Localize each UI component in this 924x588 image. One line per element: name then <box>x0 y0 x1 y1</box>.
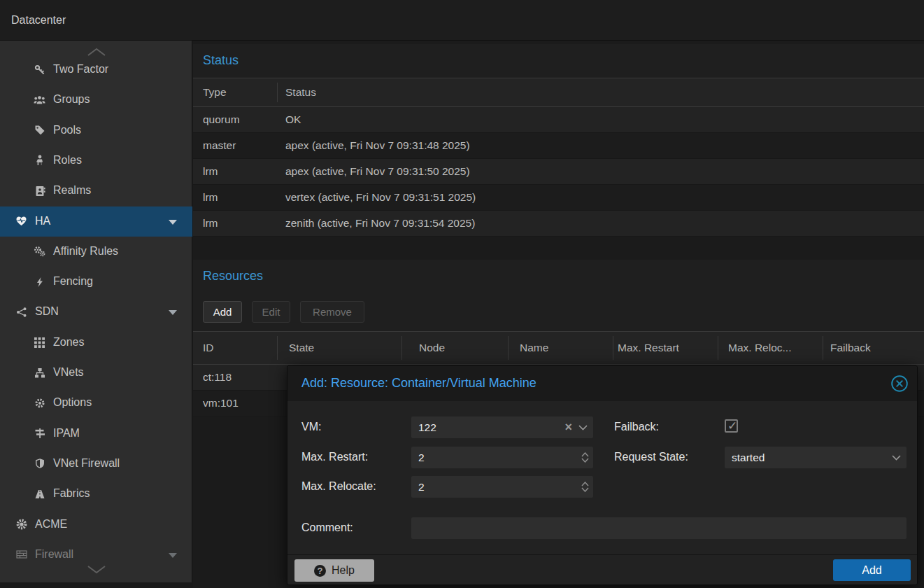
grid-icon <box>34 337 45 349</box>
top-bar: Datacenter <box>0 0 924 41</box>
help-button[interactable]: ? Help <box>294 559 374 582</box>
sidebar-item-firewall[interactable]: Firewall <box>0 540 192 560</box>
chevron-down-icon[interactable] <box>169 310 177 315</box>
max-restart-label: Max. Restart: <box>301 451 368 463</box>
request-state-value: started <box>732 451 765 463</box>
request-state-select[interactable]: started <box>725 447 907 468</box>
person-icon <box>34 155 45 167</box>
status-row-lrm-vertex[interactable]: lrm vertex (active, Fri Nov 7 09:31:51 2… <box>193 185 924 211</box>
sidebar-item-pools[interactable]: Pools <box>0 115 192 146</box>
max-relocate-field[interactable]: 2 <box>411 476 593 498</box>
status-section-title: Status <box>203 53 239 68</box>
sidebar-item-roles[interactable]: Roles <box>0 146 192 176</box>
comment-field[interactable] <box>411 517 907 539</box>
column-header-state[interactable]: State <box>289 342 314 354</box>
max-relocate-value: 2 <box>418 481 425 493</box>
shield-icon <box>34 458 45 470</box>
edit-button[interactable]: Edit <box>252 301 290 323</box>
clear-icon[interactable]: × <box>564 416 572 438</box>
key-icon <box>34 64 45 76</box>
add-resource-dialog: Add: Resource: Container/Virtual Machine… <box>287 365 918 585</box>
status-section-header: Status <box>193 44 924 78</box>
sidebar-item-vnet-firewall[interactable]: VNet Firewall <box>0 449 192 479</box>
resources-section-header: Resources <box>193 260 924 293</box>
column-header-name[interactable]: Name <box>520 342 548 354</box>
column-header-type[interactable]: Type <box>203 86 227 99</box>
chevron-icon[interactable] <box>169 553 177 558</box>
status-row-lrm-apex[interactable]: lrm apex (active, Fri Nov 7 09:31:50 202… <box>193 159 924 185</box>
page-title: Datacenter <box>11 14 66 27</box>
dialog-title: Add: Resource: Container/Virtual Machine <box>301 376 536 391</box>
signpost-icon <box>34 428 45 440</box>
remove-button[interactable]: Remove <box>300 301 364 323</box>
max-relocate-label: Max. Relocate: <box>301 480 376 493</box>
sidebar-item-acme[interactable]: ACME <box>0 510 192 540</box>
sidebar-item-options[interactable]: Options <box>0 388 192 418</box>
address-book-icon <box>34 185 45 197</box>
sitemap-icon <box>34 367 45 379</box>
help-button-label: Help <box>332 564 355 577</box>
failback-label: Failback: <box>614 421 659 433</box>
status-row-quorum[interactable]: quorum OK <box>193 107 924 133</box>
chevron-down-icon[interactable] <box>578 416 588 438</box>
sidebar-item-fencing[interactable]: Fencing <box>0 267 192 297</box>
max-restart-field[interactable]: 2 <box>411 447 593 468</box>
request-state-label: Request State: <box>614 451 688 463</box>
certificate-icon <box>15 519 27 531</box>
column-divider[interactable] <box>277 83 278 102</box>
sidebar-item-zones[interactable]: Zones <box>0 328 192 358</box>
status-row-lrm-zenith[interactable]: lrm zenith (active, Fri Nov 7 09:31:54 2… <box>193 211 924 237</box>
sidebar-item-ha[interactable]: HA <box>0 206 192 237</box>
sidebar-item-two-factor[interactable]: Two Factor <box>0 55 192 85</box>
vm-label: VM: <box>301 421 321 433</box>
max-restart-value: 2 <box>418 451 425 463</box>
brick-wall-icon <box>15 549 27 560</box>
sidebar-item-fabrics[interactable]: Fabrics <box>0 479 192 509</box>
share-nodes-icon <box>15 306 27 318</box>
resources-table-header: ID State Node Name Max. Restart Max. Rel… <box>193 331 924 365</box>
status-row-master[interactable]: master apex (active, Fri Nov 7 09:31:48 … <box>193 133 924 159</box>
sidebar-item-affinity-rules[interactable]: Affinity Rules <box>0 237 192 267</box>
road-icon <box>34 488 45 500</box>
spinner-icons[interactable] <box>581 476 589 498</box>
resources-toolbar: Add Edit Remove <box>193 293 924 331</box>
status-table-header: Type Status <box>193 78 924 107</box>
column-header-node[interactable]: Node <box>419 342 445 354</box>
tag-icon <box>34 125 45 136</box>
dialog-titlebar[interactable]: Add: Resource: Container/Virtual Machine <box>287 366 917 401</box>
heartbeat-icon <box>15 216 27 227</box>
resources-section-title: Resources <box>203 269 263 284</box>
bolt-icon <box>34 276 45 288</box>
gears-icon <box>34 246 45 258</box>
column-header-status[interactable]: Status <box>285 86 316 99</box>
failback-checkbox[interactable] <box>725 419 738 433</box>
comment-label: Comment: <box>301 522 353 534</box>
close-icon[interactable] <box>890 374 909 393</box>
column-header-max-restart[interactable]: Max. Restart <box>618 342 679 354</box>
chevron-down-icon[interactable] <box>169 220 177 225</box>
sidebar-item-groups[interactable]: Groups <box>0 85 192 115</box>
sidebar-item-realms[interactable]: Realms <box>0 176 192 206</box>
vm-value: 122 <box>418 421 436 433</box>
column-header-id[interactable]: ID <box>203 342 214 354</box>
scroll-down-icon[interactable] <box>83 564 111 575</box>
question-icon: ? <box>314 565 326 577</box>
sidebar-item-ipam[interactable]: IPAM <box>0 419 192 449</box>
sidebar-nav: Two Factor Groups Pools Roles Realms HA … <box>0 55 192 560</box>
sidebar: Two Factor Groups Pools Roles Realms HA … <box>0 41 192 582</box>
column-header-max-relocate[interactable]: Max. Reloc... <box>728 342 791 354</box>
vm-field[interactable]: 122 × <box>411 416 593 438</box>
spinner-icons[interactable] <box>581 447 589 468</box>
dialog-footer: ? Help Add <box>287 554 917 584</box>
sidebar-item-sdn[interactable]: SDN <box>0 297 192 327</box>
sidebar-item-vnets[interactable]: VNets <box>0 358 192 388</box>
add-button[interactable]: Add <box>203 301 242 323</box>
gear-icon <box>34 397 45 409</box>
dialog-add-button[interactable]: Add <box>833 559 911 581</box>
column-header-failback[interactable]: Failback <box>830 342 871 354</box>
chevron-down-icon[interactable] <box>892 447 901 468</box>
users-icon <box>34 94 45 106</box>
